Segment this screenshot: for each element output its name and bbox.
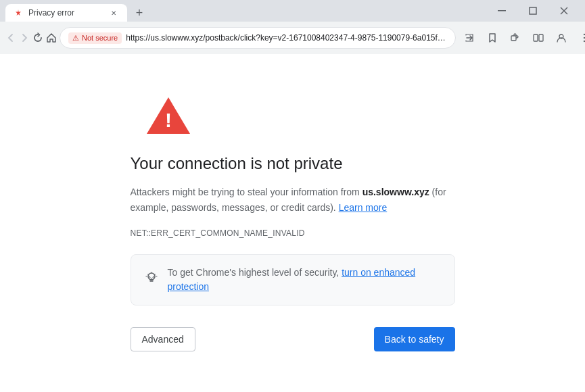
- toolbar: ⚠ Not secure https://us.slowww.xyz/postb…: [0, 22, 585, 54]
- address-bar[interactable]: ⚠ Not secure https://us.slowww.xyz/postb…: [60, 27, 456, 49]
- window-controls: [486, 0, 580, 22]
- svg-rect-6: [539, 34, 543, 41]
- browser-window: Privacy error ✕ +: [0, 0, 585, 392]
- reload-button[interactable]: [32, 27, 43, 49]
- bookmark-button[interactable]: [482, 27, 503, 49]
- advanced-button[interactable]: Advanced: [131, 327, 195, 351]
- error-title: Your connection is not private: [131, 153, 343, 174]
- active-tab[interactable]: Privacy error ✕: [5, 4, 127, 22]
- security-label: Not secure: [82, 34, 118, 42]
- title-bar: Privacy error ✕ +: [0, 0, 585, 22]
- forward-button[interactable]: [19, 27, 30, 49]
- tab-title: Privacy error: [28, 8, 103, 18]
- site-name: us.slowww.xyz: [362, 187, 429, 197]
- new-tab-button[interactable]: +: [130, 4, 149, 22]
- url-display: https://us.slowww.xyz/postback/click?key…: [126, 33, 446, 43]
- warning-icon-container: !: [144, 95, 193, 139]
- error-code: NET::ERR_CERT_COMMON_NAME_INVALID: [131, 228, 305, 238]
- profile-button[interactable]: [551, 27, 572, 49]
- action-buttons: Advanced Back to safety: [131, 327, 455, 351]
- tab-strip: Privacy error ✕ +: [5, 0, 486, 22]
- split-button[interactable]: [528, 27, 549, 49]
- tab-close-button[interactable]: ✕: [108, 7, 119, 18]
- close-button[interactable]: [548, 0, 580, 22]
- learn-more-link[interactable]: Learn more: [339, 202, 388, 213]
- bulb-icon: [145, 271, 158, 288]
- error-container: ! Your connection is not private Attacke…: [117, 81, 469, 365]
- error-description: Attackers might be trying to steal your …: [131, 185, 455, 215]
- svg-rect-0: [498, 10, 506, 11]
- description-start: Attackers might be trying to steal your …: [131, 187, 362, 197]
- warning-triangle-icon: !: [144, 95, 193, 137]
- maximize-button[interactable]: [517, 0, 548, 22]
- minimize-button[interactable]: [486, 0, 517, 22]
- security-badge[interactable]: ⚠ Not secure: [68, 32, 122, 44]
- back-to-safety-button[interactable]: Back to safety: [374, 327, 455, 351]
- home-button[interactable]: [46, 27, 57, 49]
- suggestion-text-start: To get Chrome's highest level of securit…: [168, 267, 342, 278]
- warning-icon: ⚠: [72, 34, 79, 43]
- extension-button[interactable]: [505, 27, 526, 49]
- svg-rect-5: [534, 34, 538, 41]
- page-content: ! Your connection is not private Attacke…: [0, 54, 585, 392]
- toolbar-actions: [459, 27, 585, 49]
- svg-text:!: !: [165, 109, 172, 131]
- svg-rect-1: [530, 7, 536, 14]
- back-button[interactable]: [5, 27, 16, 49]
- suggestion-text: To get Chrome's highest level of securit…: [168, 266, 441, 294]
- tab-favicon: [14, 8, 23, 18]
- security-suggestion-box: To get Chrome's highest level of securit…: [131, 254, 455, 305]
- svg-rect-4: [511, 36, 516, 41]
- share-button[interactable]: [459, 27, 480, 49]
- menu-button[interactable]: [574, 27, 585, 49]
